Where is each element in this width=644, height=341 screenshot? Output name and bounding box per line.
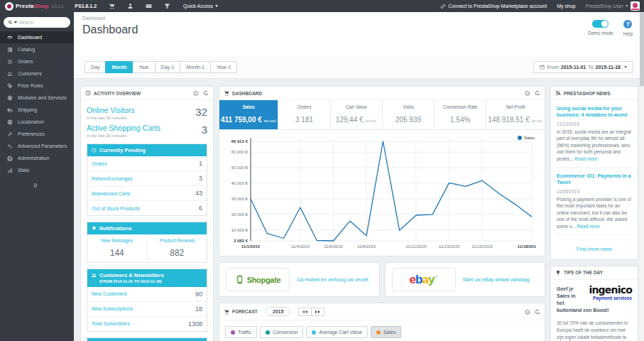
active-carts-link[interactable]: Active Shopping Carts [87, 124, 160, 132]
total-subscribers-link[interactable]: Total Subscribers [92, 321, 130, 326]
find-more-news-link[interactable]: Find more news [557, 240, 632, 256]
abandoned-carts-link[interactable]: Abandoned Carts [92, 191, 130, 196]
sidebar-item-localization[interactable]: Localization [0, 116, 74, 128]
svg-text:66 912 €: 66 912 € [231, 139, 249, 144]
shopgate-link[interactable]: Ga mobiel en verhoog uw omzet [297, 277, 369, 282]
trophy-icon[interactable] [164, 3, 170, 9]
sidebar-item-catalog[interactable]: Catalog [0, 43, 74, 55]
product-reviews-cell[interactable]: Product Reviews882 [147, 234, 207, 262]
page-scrollbar[interactable] [640, 12, 644, 341]
sidebar-item-stats[interactable]: Stats [0, 164, 74, 176]
sidebar-item-shipping[interactable]: Shipping [0, 104, 74, 116]
forecast-year-badge[interactable]: 2015 [266, 307, 291, 316]
range-day-button[interactable]: Day [84, 61, 106, 73]
forecast-conversion-button[interactable]: Conversion [260, 326, 303, 338]
ebay-wordmark: ebay™ [410, 273, 438, 287]
out-of-stock-link[interactable]: Out of Stock Products [92, 206, 140, 211]
user-menu[interactable]: PrestaShop User [586, 1, 640, 11]
sidebar-item-advanced-parameters[interactable]: Advanced Parameters [0, 140, 74, 152]
cogs-icon [7, 144, 13, 149]
toggle-knob [601, 21, 608, 27]
kpi-net-profit[interactable]: Net Profit148 918,51 € tax excl. [486, 100, 545, 129]
news-article-date: 11/05/2015 [557, 189, 632, 194]
kpi-conversion-rate[interactable]: Conversion Rate1.54% [434, 100, 486, 129]
sidebar-collapse-button[interactable] [33, 183, 74, 188]
messages-icon[interactable] [146, 3, 152, 9]
sidebar-item-modules[interactable]: Modules and Services [0, 92, 74, 104]
sidebar-item-dashboard[interactable]: Dashboard [0, 31, 74, 43]
read-more-link[interactable]: Read more [577, 224, 600, 229]
range-month-1-button[interactable]: Month-1 [180, 61, 211, 73]
customers-newsletters-section: Customers & Newsletters(FROM 2015-11-01 … [87, 269, 207, 332]
kpi-visits[interactable]: Visits205 939 [382, 100, 434, 129]
gear-icon[interactable] [193, 90, 199, 96]
search-input[interactable] [19, 20, 66, 25]
sidebar-item-preferences[interactable]: Preferences [0, 128, 74, 140]
active-carts-value: 3 [202, 124, 207, 138]
marketplace-connect-link[interactable]: Connect to PrestaShop Marketplace accoun… [440, 4, 547, 9]
online-visitors-link[interactable]: Online Visitors [87, 106, 135, 114]
new-customers-row: New Customers90 [87, 287, 207, 302]
sidebar-item-orders[interactable]: Orders [0, 55, 74, 67]
cart-icon[interactable] [109, 3, 115, 9]
demo-mode-toggle[interactable] [592, 20, 608, 28]
rss-icon [555, 90, 561, 96]
gear-icon[interactable] [525, 90, 530, 96]
sidebar-search[interactable] [4, 17, 70, 28]
scrollbar-thumb[interactable] [640, 12, 644, 87]
svg-text:3 082 €: 3 082 € [234, 239, 249, 243]
kpi-cart-value[interactable]: Cart Value129,44 € tax excl. [330, 100, 382, 129]
date-range-picker[interactable]: From2015-11-01 To2015-11-18 [533, 61, 633, 73]
quick-access-menu[interactable]: Quick Access [183, 4, 218, 9]
range-year-1-button[interactable]: Year-1 [210, 61, 237, 73]
svg-text:20 000 €: 20 000 € [231, 212, 249, 217]
new-customers-link[interactable]: New Customers [92, 291, 127, 296]
refresh-icon[interactable] [535, 90, 540, 96]
new-subscriptions-link[interactable]: New Subscriptions [92, 306, 133, 311]
gear-icon[interactable] [525, 309, 530, 315]
help-icon[interactable]: ? [623, 20, 632, 28]
customers-icon[interactable] [127, 3, 133, 9]
ingenico-logo[interactable]: ingenico Payment services [579, 286, 632, 301]
new-messages-cell[interactable]: New Messages144 [87, 234, 147, 262]
chevron-down-icon [215, 5, 218, 7]
abandoned-carts-row: Abandoned Carts43 [87, 186, 207, 201]
my-shop-link[interactable]: My shop [557, 4, 575, 9]
svg-text:11/8/2015: 11/8/2015 [357, 244, 376, 249]
pending-orders-link[interactable]: Orders [92, 161, 107, 166]
news-article-title[interactable]: Using social media for your business: 4 … [557, 105, 632, 119]
refresh-icon[interactable] [535, 309, 540, 315]
online-visitors-metric: Online Visitors in the last 30 minutes 3… [87, 106, 207, 120]
prestashop-logo-icon [5, 2, 13, 11]
book-icon [7, 47, 13, 53]
gauge-icon [7, 35, 13, 40]
kpi-orders[interactable]: Orders3 181 [278, 100, 329, 129]
kpi-sales[interactable]: Sales411 759,00 € tax excl. [219, 100, 278, 129]
sales-line-chart[interactable]: 3 082 €10 000 €20 000 €30 000 €40 000 €5… [221, 133, 542, 255]
forecast-prev-button[interactable] [298, 308, 312, 316]
news-article-title[interactable]: Ecommerce 101: Payments in a Tweet [557, 173, 632, 186]
pending-returns-link[interactable]: Return/Exchanges [92, 176, 133, 181]
sidebar-item-customers[interactable]: Customers [0, 67, 74, 80]
forecast-avg-cart-value-button[interactable]: Average Cart Value [306, 326, 367, 338]
currently-pending-section: Currently Pending Orders1 Return/Exchang… [87, 144, 207, 216]
forecast-traffic-button[interactable]: Traffic [225, 326, 257, 338]
ebay-link[interactable]: Start uw eBay-winkel vandaag [463, 277, 530, 282]
shopgate-logo[interactable]: Shopgate [226, 268, 290, 291]
chart-legend[interactable]: Sales [518, 136, 535, 140]
read-more-link[interactable]: Read more [574, 156, 597, 161]
ebay-logo[interactable]: ebay™ [392, 268, 456, 291]
range-month-button[interactable]: Month [105, 61, 133, 73]
forecast-sales-button[interactable]: Sales [371, 326, 402, 338]
range-day-1-button[interactable]: Day-1 [155, 61, 181, 73]
range-year-button[interactable]: Year [132, 61, 155, 73]
prestashop-logo[interactable]: PrestaShop 1.6.1.2 [0, 2, 68, 11]
sidebar-item-administration[interactable]: Administration [0, 152, 74, 164]
wrench-icon [7, 131, 13, 137]
sidebar-item-price-rules[interactable]: Price Rules [0, 80, 74, 92]
gear-icon [7, 156, 13, 161]
refresh-icon[interactable] [203, 90, 209, 96]
breadcrumb[interactable]: Dashboard [82, 16, 635, 21]
ebay-banner: ebay™ Start uw eBay-winkel vandaag [385, 262, 546, 297]
forecast-next-button[interactable] [311, 308, 324, 316]
